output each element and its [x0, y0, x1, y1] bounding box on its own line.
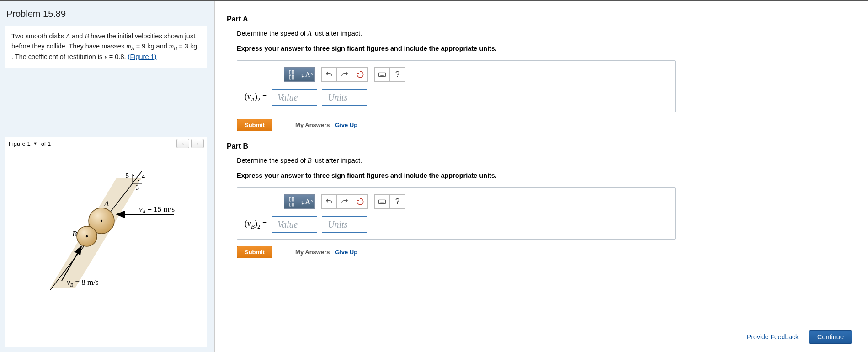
part-a-value-input[interactable]: Value — [272, 89, 317, 106]
left-panel: Problem 15.89 Two smooth disks A and B h… — [0, 1, 215, 352]
part-a-title: Part A — [227, 15, 852, 23]
undo-button[interactable] — [321, 67, 337, 82]
stmt-text: Two smooth disks — [11, 32, 66, 40]
prompt-text: Determine the speed of — [237, 157, 308, 164]
template-icon: ▯▯▯▯ — [289, 69, 294, 80]
part-a-input-row: (vA)2 = Value Units — [245, 89, 668, 106]
units-picker-button[interactable]: μA° — [299, 67, 315, 82]
mB-m: m — [169, 43, 174, 50]
figure-prev-button[interactable]: ‹ — [176, 139, 189, 148]
mA-sub: A — [131, 46, 134, 51]
figure-dropdown[interactable]: Figure 1 ▼ — [8, 140, 38, 148]
units-picker-button[interactable]: μA° — [299, 194, 315, 209]
svg-rect-13 — [379, 73, 386, 76]
e-val: = 0.8. — [107, 53, 128, 60]
figure-link[interactable]: (Figure 1) — [128, 53, 157, 60]
va-val: = 15 m/s — [145, 205, 175, 213]
problem-title: Problem 15.89 — [6, 9, 207, 19]
figure-canvas: 5 4 3 A B vA = 15 m/s vB = 8 m/s — [5, 150, 207, 347]
question-icon: ? — [395, 70, 399, 79]
part-b-value-input[interactable]: Value — [272, 216, 317, 233]
keyboard-button[interactable] — [374, 194, 390, 209]
part-b-units-input[interactable]: Units — [322, 216, 367, 233]
stmt-text: and — [70, 32, 85, 40]
figure-svg: 5 4 3 A B vA = 15 m/s vB = 8 m/s — [23, 155, 197, 301]
prompt-sym: B — [308, 157, 312, 164]
vb-val: = 8 m/s — [73, 278, 98, 287]
my-answers-label: My Answers — [295, 249, 330, 256]
figure-dropdown-label: Figure 1 — [9, 140, 31, 147]
mu-a-icon: μA° — [301, 71, 313, 79]
part-a-links: My Answers Give Up — [295, 122, 357, 128]
disk-b: B — [85, 32, 89, 40]
template-icon: ▯▯▯▯ — [289, 197, 294, 207]
prompt-text: just after impact. — [312, 157, 362, 164]
chevron-down-icon: ▼ — [33, 141, 37, 146]
figure-next-button[interactable]: › — [191, 139, 204, 148]
svg-point-7 — [101, 220, 102, 222]
part-a-var-label: (vA)2 = — [245, 92, 267, 103]
question-icon: ? — [395, 197, 399, 206]
prompt-text: Determine the speed of — [237, 30, 308, 37]
redo-button[interactable] — [337, 194, 352, 209]
give-up-link[interactable]: Give Up — [335, 249, 357, 256]
tri-4: 4 — [142, 173, 145, 180]
disk-a: A — [66, 32, 70, 40]
footer: Provide Feedback Continue — [747, 330, 852, 344]
help-button[interactable]: ? — [390, 67, 405, 82]
template-picker-button[interactable]: ▯▯▯▯ — [284, 67, 299, 82]
label-B: B — [72, 229, 77, 238]
reset-button[interactable] — [352, 194, 368, 209]
right-panel: Part A Determine the speed of A just aft… — [215, 1, 868, 352]
part-b-prompt: Determine the speed of B just after impa… — [237, 157, 852, 165]
svg-point-8 — [86, 235, 88, 237]
help-button[interactable]: ? — [390, 194, 405, 209]
stmt-text: . The coefficient of restitution is — [11, 53, 104, 60]
prompt-text: just after impact. — [312, 30, 362, 37]
redo-button[interactable] — [337, 67, 352, 82]
part-b-submit-button[interactable]: Submit — [237, 246, 272, 258]
part-b-var-label: (vB)2 = — [245, 219, 267, 230]
prompt-sym: A — [308, 30, 312, 37]
label-A: A — [104, 199, 109, 208]
part-b-instruction: Express your answer to three significant… — [237, 172, 852, 179]
give-up-link[interactable]: Give Up — [335, 122, 357, 128]
continue-button[interactable]: Continue — [809, 330, 852, 344]
reset-button[interactable] — [352, 67, 368, 82]
stmt-and: and — [154, 43, 169, 50]
figure-of: of 1 — [41, 140, 51, 147]
part-a-answer-box: ▯▯▯▯ μA° ? (vA)2 = Value Units — [237, 60, 676, 112]
part-a-submit-button[interactable]: Submit — [237, 119, 272, 131]
mA-val: = 9 kg — [134, 43, 154, 50]
part-a-toolbar: ▯▯▯▯ μA° ? — [284, 67, 668, 82]
mu-a-icon: μA° — [301, 198, 313, 206]
mA-m: m — [126, 43, 131, 50]
tri-5: 5 — [126, 172, 129, 179]
part-b-toolbar: ▯▯▯▯ μA° ? — [284, 194, 668, 209]
part-b: Part B Determine the speed of B just aft… — [227, 142, 852, 258]
part-b-links: My Answers Give Up — [295, 249, 357, 256]
svg-rect-20 — [379, 200, 386, 203]
svg-text:vA = 15 m/s: vA = 15 m/s — [139, 205, 175, 214]
part-a-units-input[interactable]: Units — [322, 89, 367, 106]
tri-3: 3 — [136, 184, 139, 191]
my-answers-label: My Answers — [295, 122, 330, 128]
part-b-title: Part B — [227, 142, 852, 150]
undo-button[interactable] — [321, 194, 337, 209]
part-a-instruction: Express your answer to three significant… — [237, 45, 852, 52]
keyboard-button[interactable] — [374, 67, 390, 82]
part-a: Part A Determine the speed of A just aft… — [227, 15, 852, 131]
mB-val: = 3 kg — [177, 43, 197, 50]
provide-feedback-link[interactable]: Provide Feedback — [747, 333, 799, 341]
part-b-submit-row: Submit My Answers Give Up — [237, 246, 852, 258]
part-b-input-row: (vB)2 = Value Units — [245, 216, 668, 233]
part-a-prompt: Determine the speed of A just after impa… — [237, 30, 852, 37]
template-picker-button[interactable]: ▯▯▯▯ — [284, 194, 299, 209]
figure-toolbar: Figure 1 ▼ of 1 ‹ › — [5, 137, 207, 150]
problem-statement: Two smooth disks A and B have the initia… — [5, 26, 207, 68]
part-a-submit-row: Submit My Answers Give Up — [237, 119, 852, 131]
part-b-answer-box: ▯▯▯▯ μA° ? (vB)2 = Value Units — [237, 187, 676, 240]
